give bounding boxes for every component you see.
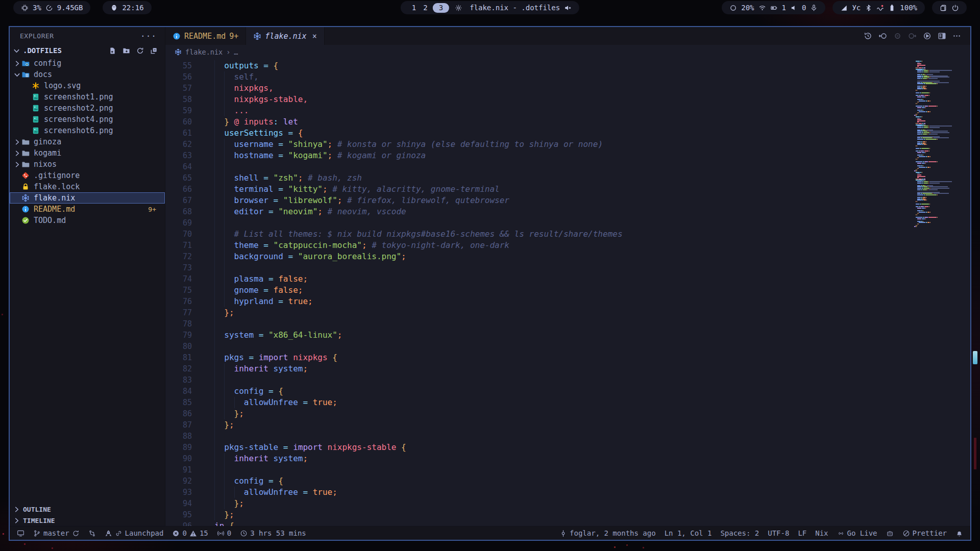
status-notifications[interactable]	[955, 530, 963, 537]
split-editor-icon[interactable]	[938, 32, 946, 40]
pill-text: Ус	[852, 4, 861, 12]
outline-section[interactable]: OUTLINE	[10, 504, 165, 515]
status-cursor-position[interactable]: Ln 1, Col 1	[665, 529, 712, 537]
line-number: 88	[165, 431, 192, 442]
circle-right-icon[interactable]	[908, 32, 917, 40]
tree-item-screenshot4-png[interactable]: screenshot4.png	[10, 114, 165, 125]
tree-item-docs[interactable]: docs	[10, 69, 165, 80]
status-encoding[interactable]: UTF-8	[768, 529, 789, 537]
status-git-compare[interactable]	[88, 530, 96, 537]
bluetooth-icon	[865, 4, 872, 12]
workspace-3[interactable]: 3	[433, 3, 449, 13]
tree-item-flake-nix[interactable]: flake.nix	[10, 192, 165, 204]
indent-guide	[214, 83, 224, 94]
breadcrumb-symbol[interactable]: …	[234, 48, 238, 56]
history-icon[interactable]	[864, 32, 872, 40]
status-gitlens-blame[interactable]: foglar, 2 months ago	[559, 529, 656, 537]
indent-guide	[224, 453, 234, 464]
tree-indent	[23, 115, 32, 123]
tree-item-logo-svg[interactable]: logo.svg	[10, 80, 165, 91]
chevron-down-icon	[13, 46, 21, 55]
status-ports[interactable]: 0	[217, 529, 231, 537]
workspace-root-row[interactable]: .DOTFILES	[10, 44, 165, 57]
clock-pill[interactable]: 22:16	[103, 1, 151, 14]
tree-indent	[23, 104, 32, 112]
timeline-section[interactable]: TIMELINE	[10, 515, 165, 526]
broadcast-icon	[837, 530, 845, 537]
tab-flake-nix[interactable]: flake.nix ×	[246, 27, 324, 45]
chevron-right-icon	[13, 149, 21, 157]
status-language-mode[interactable]: Nix	[815, 529, 828, 537]
tree-item-todo-md[interactable]: TODO.md	[10, 215, 165, 226]
line-number: 85	[165, 397, 192, 408]
remote-icon	[17, 530, 24, 537]
tree-item-label: screenshot6.png	[44, 126, 113, 135]
indent-guide	[214, 229, 224, 240]
session-pill[interactable]	[932, 1, 967, 14]
status-git-branch[interactable]: master	[33, 529, 80, 537]
status-prettier[interactable]: Prettier	[902, 529, 947, 537]
tree-item-screenshot6-png[interactable]: screenshot6.png	[10, 125, 165, 136]
tree-item-kogami[interactable]: kogami	[10, 147, 165, 159]
quick-stats-pill[interactable]: 20%10	[722, 1, 825, 14]
tree-item-screenshot2-png[interactable]: screenshot2.png	[10, 103, 165, 114]
status-problems[interactable]: 015	[172, 529, 208, 537]
minimap[interactable]	[914, 61, 941, 228]
tray-pill[interactable]: Ус100%	[832, 1, 925, 14]
code-editor[interactable]: 55 outputs = {56 self,57 nixpkgs,58 nixp…	[165, 59, 970, 526]
new-folder-icon[interactable]	[122, 47, 130, 55]
code-line: 88	[165, 431, 623, 442]
workspaces-title-pill: 123 flake.nix - .dotfiles	[401, 1, 579, 14]
system-stats-pill[interactable]: 3%9.45GB	[13, 1, 90, 14]
status-go-live[interactable]: Go Live	[837, 529, 877, 537]
code-line: 93 allowUnfree = true;	[165, 487, 623, 498]
run-icon[interactable]	[923, 32, 932, 40]
tree-item-label: screenshot2.png	[44, 104, 113, 113]
status-eol[interactable]: LF	[798, 529, 806, 537]
workspace-2[interactable]: 2	[420, 4, 431, 12]
more-icon[interactable]	[952, 32, 961, 40]
status-label: 15	[200, 529, 208, 537]
indent-guide	[214, 386, 224, 397]
tree-item-readme-md[interactable]: README.md9+	[10, 204, 165, 215]
status-label: LF	[798, 529, 806, 537]
tree-item--gitignore[interactable]: .gitignore	[10, 170, 165, 181]
folder-icon	[21, 149, 30, 157]
info-icon	[173, 32, 181, 40]
tree-item-screenshot1-png[interactable]: screenshot1.png	[10, 91, 165, 103]
indent-guide	[224, 464, 234, 475]
line-number: 92	[165, 475, 192, 487]
new-file-icon[interactable]	[109, 47, 116, 55]
status-remote-indicator[interactable]	[17, 530, 24, 537]
tree-indent	[23, 93, 32, 101]
indent-guide	[224, 184, 234, 195]
battery-small-icon	[770, 4, 778, 12]
explorer-more-actions[interactable]: ···	[140, 31, 157, 41]
tree-item-config[interactable]: config	[10, 58, 165, 69]
code-line: 56 self,	[165, 71, 623, 83]
tree-item-ginoza[interactable]: ginoza	[10, 136, 165, 147]
code-line: 92 config = {	[165, 475, 623, 487]
bell-icon	[955, 530, 963, 537]
tree-item-nixos[interactable]: nixos	[10, 159, 165, 170]
status-launchpad[interactable]: Launchpad	[105, 529, 164, 537]
back-icon[interactable]	[878, 32, 887, 40]
tree-item-label: TODO.md	[34, 216, 66, 225]
breadcrumb-file[interactable]: flake.nix	[185, 48, 223, 56]
mute-icon[interactable]	[564, 4, 572, 12]
tree-item-flake-lock[interactable]: flake.lock	[10, 181, 165, 192]
power-icon	[951, 4, 959, 12]
code-line: 75 gnome = false;	[165, 285, 623, 296]
collapse-all-icon[interactable]	[150, 47, 158, 55]
status-wakatime[interactable]: 3 hrs 53 mins	[240, 529, 306, 537]
forward-icon[interactable]	[893, 32, 902, 40]
tab-readme[interactable]: README.md 9+	[165, 27, 246, 45]
workspace-1[interactable]: 1	[408, 4, 420, 12]
refresh-icon[interactable]	[136, 47, 144, 55]
status-indentation[interactable]: Spaces: 2	[720, 529, 759, 537]
line-number: 86	[165, 408, 192, 419]
indent-guide	[224, 206, 234, 217]
line-number: 90	[165, 453, 192, 464]
close-icon[interactable]: ×	[312, 32, 317, 41]
status-copilot[interactable]	[886, 530, 894, 537]
